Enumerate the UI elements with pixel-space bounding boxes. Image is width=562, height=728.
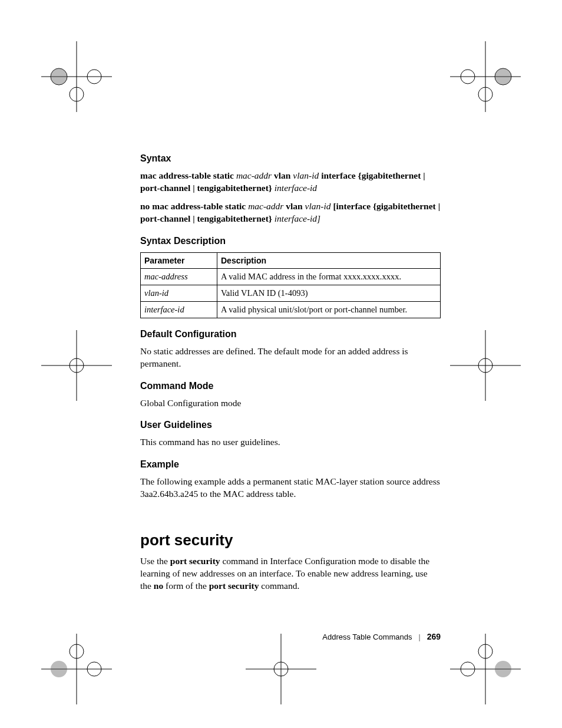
th-description: Description [217, 252, 441, 268]
footer-page-number: 269 [427, 632, 441, 641]
parameter-table: Parameter Description mac-address A vali… [140, 252, 441, 318]
svg-point-9 [495, 68, 511, 85]
crop-mark-icon [450, 634, 521, 704]
heading-command-mode: Command Mode [140, 381, 441, 391]
svg-point-25 [495, 661, 511, 677]
user-guidelines-text: This command has no user guidelines. [140, 436, 441, 449]
syntax-line-1: mac address-table static mac-addr vlan v… [140, 170, 441, 195]
command-mode-text: Global Configuration mode [140, 397, 441, 410]
crop-mark-icon [41, 634, 112, 704]
table-row: vlan-id Valid VLAN ID (1-4093) [141, 285, 441, 301]
svg-point-20 [51, 661, 67, 677]
table-row: interface-id A valid physical unit/slot/… [141, 301, 441, 318]
crop-mark-icon [450, 41, 521, 112]
footer-chapter: Address Table Commands [322, 633, 412, 641]
table-row: mac-address A valid MAC address in the f… [141, 268, 441, 285]
heading-user-guidelines: User Guidelines [140, 420, 441, 430]
heading-syntax: Syntax [140, 153, 441, 164]
table-header-row: Parameter Description [141, 252, 441, 268]
heading-example: Example [140, 459, 441, 470]
heading-default-config: Default Configuration [140, 329, 441, 340]
syntax-line-2: no mac address-table static mac-addr vla… [140, 200, 441, 225]
default-config-text: No static addresses are defined. The def… [140, 345, 441, 370]
crop-mark-icon [246, 634, 316, 704]
footer-separator: | [419, 633, 421, 641]
th-parameter: Parameter [141, 252, 217, 268]
crop-mark-icon [41, 41, 112, 112]
example-text: The following example adds a permanent s… [140, 476, 441, 500]
section-title-port-security: port security [140, 531, 441, 549]
port-security-desc: Use the port security command in Interfa… [140, 555, 441, 592]
page-content: Syntax mac address-table static mac-addr… [140, 153, 441, 598]
crop-mark-icon [41, 330, 112, 401]
crop-mark-icon [450, 330, 521, 401]
heading-syntax-description: Syntax Description [140, 236, 441, 246]
svg-point-3 [51, 68, 67, 85]
